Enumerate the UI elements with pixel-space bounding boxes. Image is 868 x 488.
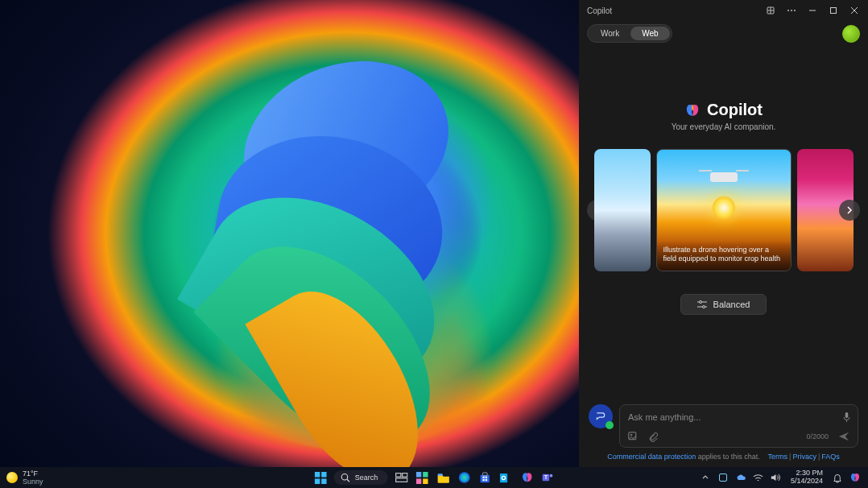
tray-app-icon[interactable] <box>717 471 730 484</box>
user-avatar[interactable] <box>842 25 860 43</box>
svg-point-19 <box>341 474 348 481</box>
maximize-button[interactable] <box>823 0 844 21</box>
task-view-button[interactable] <box>392 469 410 486</box>
svg-rect-21 <box>395 474 400 477</box>
tray-overflow-icon[interactable] <box>699 471 712 484</box>
suggestions-carousel: Illustrate a drone hovering over a field… <box>579 146 868 275</box>
drone-graphic <box>710 172 738 182</box>
taskbar-center: Search T <box>312 469 557 486</box>
weather-condition: Sunny <box>23 478 43 486</box>
taskbar: 71°F Sunny Search <box>0 467 868 488</box>
svg-point-14 <box>630 434 632 436</box>
svg-point-29 <box>458 472 469 483</box>
more-icon[interactable] <box>781 0 802 21</box>
sliders-icon <box>697 300 707 308</box>
weather-icon <box>6 472 18 483</box>
store-button[interactable] <box>476 469 494 486</box>
edge-button[interactable] <box>455 469 473 486</box>
svg-rect-28 <box>437 474 442 476</box>
send-button[interactable] <box>838 431 849 442</box>
copilot-titlebar: Copilot <box>579 0 868 21</box>
svg-rect-18 <box>321 478 327 484</box>
svg-rect-26 <box>416 478 422 484</box>
network-icon[interactable] <box>752 471 765 484</box>
tab-web[interactable]: Web <box>630 27 669 40</box>
taskbar-weather[interactable]: 71°F Sunny <box>6 469 43 486</box>
sun-graphic <box>713 196 735 219</box>
copilot-taskbar-button[interactable] <box>518 469 535 486</box>
volume-icon[interactable] <box>770 471 783 484</box>
svg-point-11 <box>702 306 705 308</box>
svg-rect-33 <box>486 476 487 478</box>
svg-rect-42 <box>719 474 726 482</box>
svg-rect-5 <box>831 8 837 14</box>
terms-link[interactable]: Terms <box>768 453 788 461</box>
svg-rect-12 <box>845 412 849 418</box>
carousel-main-caption: Illustrate a drone hovering over a field… <box>657 241 791 271</box>
new-topic-button[interactable] <box>589 404 613 428</box>
file-explorer-button[interactable] <box>434 469 452 486</box>
weather-temp: 71°F <box>23 469 43 478</box>
copilot-brand-name: Copilot <box>707 101 763 119</box>
faqs-link[interactable]: FAQs <box>821 453 840 461</box>
conversation-style-button[interactable]: Balanced <box>680 294 767 315</box>
carousel-next-button[interactable] <box>839 200 860 221</box>
carousel-card-left[interactable] <box>594 149 651 271</box>
notifications-icon[interactable] <box>831 471 844 484</box>
svg-rect-16 <box>321 472 327 478</box>
close-button[interactable] <box>844 0 865 21</box>
outlook-button[interactable] <box>497 469 515 486</box>
copilot-footer: Commercial data protection applies to th… <box>589 448 858 464</box>
svg-text:T: T <box>544 474 548 480</box>
minimize-button[interactable] <box>802 0 823 21</box>
copilot-body: Copilot Your everyday AI companion. Illu… <box>579 44 868 398</box>
microphone-icon[interactable] <box>842 411 851 423</box>
svg-point-38 <box>502 477 505 479</box>
svg-point-9 <box>699 301 701 304</box>
plugins-icon[interactable] <box>760 0 781 21</box>
copilot-logo: Copilot <box>684 101 763 119</box>
privacy-link[interactable]: Privacy <box>792 453 816 461</box>
svg-rect-22 <box>402 474 407 477</box>
svg-point-2 <box>791 10 792 11</box>
conversation-style-label: Balanced <box>713 300 750 309</box>
widgets-button[interactable] <box>413 469 431 486</box>
svg-point-1 <box>787 10 789 11</box>
copilot-tray-icon[interactable] <box>849 471 862 484</box>
copilot-tagline: Your everyday AI companion. <box>672 122 776 131</box>
chat-input-box: 0/2000 <box>619 404 858 448</box>
copilot-window-title: Copilot <box>587 6 760 15</box>
char-count: 0/2000 <box>806 432 829 440</box>
protection-link[interactable]: Commercial data protection <box>607 453 696 461</box>
protection-suffix: applies to this chat. <box>696 453 760 461</box>
svg-rect-17 <box>314 478 320 484</box>
svg-point-41 <box>550 474 553 477</box>
copilot-header: Work Web <box>579 21 868 44</box>
desktop-wallpaper <box>0 0 579 467</box>
svg-rect-24 <box>416 472 422 478</box>
attachment-icon[interactable] <box>648 432 659 442</box>
chat-input[interactable] <box>628 412 842 422</box>
svg-rect-25 <box>423 472 428 478</box>
svg-rect-34 <box>482 478 484 480</box>
taskbar-search[interactable]: Search <box>334 470 388 485</box>
taskbar-search-label: Search <box>355 474 378 482</box>
copilot-input-area: 0/2000 Commercial data protection applie… <box>579 398 868 467</box>
system-tray: 2:30 PM 5/14/2024 <box>699 469 862 486</box>
svg-line-20 <box>347 479 349 482</box>
carousel-card-main[interactable]: Illustrate a drone hovering over a field… <box>656 149 792 271</box>
search-icon <box>341 473 350 482</box>
clock-date: 5/14/2024 <box>791 478 823 486</box>
image-search-icon[interactable] <box>628 432 639 442</box>
taskbar-clock[interactable]: 2:30 PM 5/14/2024 <box>787 469 826 486</box>
svg-rect-32 <box>482 476 484 478</box>
tab-work[interactable]: Work <box>589 27 630 40</box>
svg-point-3 <box>794 10 796 11</box>
onedrive-icon[interactable] <box>734 471 747 484</box>
svg-rect-35 <box>486 478 487 480</box>
copilot-panel: Copilot Work Web <box>579 0 868 467</box>
svg-rect-23 <box>395 478 407 482</box>
teams-button[interactable]: T <box>539 469 556 486</box>
svg-rect-27 <box>423 478 428 484</box>
start-button[interactable] <box>312 469 329 486</box>
